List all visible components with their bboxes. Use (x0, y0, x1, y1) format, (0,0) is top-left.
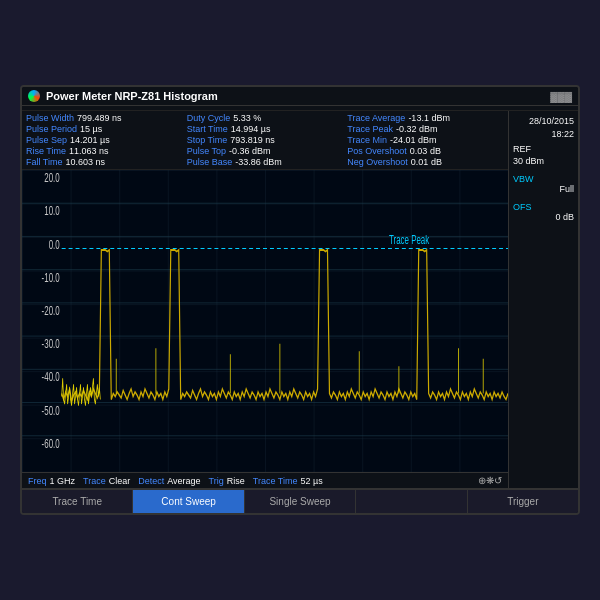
svg-text:-50.0: -50.0 (42, 404, 60, 417)
ofs-label: OFS (513, 202, 574, 212)
tab-empty (356, 490, 467, 513)
freq-label: Freq (28, 476, 47, 486)
main-area: Pulse Width 799.489 ns Duty Cycle 5.33 %… (22, 111, 578, 488)
metrics-table: Pulse Width 799.489 ns Duty Cycle 5.33 %… (22, 111, 508, 170)
ref-value: 30 dBm (513, 156, 574, 166)
trig-status: Trig Rise (209, 476, 245, 486)
tab-trace-time[interactable]: Trace Time (22, 490, 133, 513)
tab-cont-sweep[interactable]: Cont Sweep (133, 490, 244, 513)
trace-status[interactable]: Trace Clear (83, 476, 130, 486)
vbw-label: VBW (513, 174, 574, 184)
svg-text:-10.0: -10.0 (42, 271, 60, 284)
detect-value: Average (167, 476, 200, 486)
metric-trace-peak: Trace Peak -0.32 dBm (347, 124, 504, 134)
metric-rise-time: Rise Time 11.063 ns (26, 146, 183, 156)
metric-pulse-base: Pulse Base -33.86 dBm (187, 157, 344, 167)
tab-bar: Trace Time Cont Sweep Single Sweep Trigg… (22, 488, 578, 513)
svg-text:-30.0: -30.0 (42, 338, 60, 351)
trace-time-value: 52 µs (300, 476, 322, 486)
metric-duty-cycle: Duty Cycle 5.33 % (187, 113, 344, 123)
svg-text:0.0: 0.0 (49, 238, 60, 251)
tab-single-sweep[interactable]: Single Sweep (245, 490, 356, 513)
detect-label: Detect (138, 476, 164, 486)
right-panel: 28/10/2015 18:22 REF 30 dBm VBW Full OFS… (508, 111, 578, 488)
ref-label: REF (513, 144, 574, 154)
trig-value: Rise (227, 476, 245, 486)
brand-icon (28, 90, 40, 102)
svg-text:-20.0: -20.0 (42, 304, 60, 317)
metric-trace-min: Trace Min -24.01 dBm (347, 135, 504, 145)
trace-value: Clear (109, 476, 131, 486)
metric-pulse-width: Pulse Width 799.489 ns (26, 113, 183, 123)
metric-start-time: Start Time 14.994 µs (187, 124, 344, 134)
metric-pos-overshoot: Pos Overshoot 0.03 dB (347, 146, 504, 156)
instrument-title: Power Meter NRP-Z81 Histogram (46, 90, 544, 102)
datetime-display: 28/10/2015 18:22 (513, 115, 574, 140)
metric-stop-time: Stop Time 793.819 ns (187, 135, 344, 145)
trace-label: Trace (83, 476, 106, 486)
time-value: 18:22 (513, 128, 574, 141)
svg-rect-1 (22, 170, 508, 472)
status-bar: Freq 1 GHz Trace Clear Detect Average Tr… (22, 472, 508, 488)
date-value: 28/10/2015 (513, 115, 574, 128)
svg-text:-60.0: -60.0 (42, 437, 60, 450)
status-icons: ⊕❋↺ (478, 475, 502, 486)
freq-status: Freq 1 GHz (28, 476, 75, 486)
instrument-panel: Power Meter NRP-Z81 Histogram ▓▓▓ Pulse … (20, 85, 580, 515)
metric-neg-overshoot: Neg Overshoot 0.01 dB (347, 157, 504, 167)
svg-text:20.0: 20.0 (44, 171, 60, 184)
waveform-chart: 20.0 10.0 0.0 -10.0 -20.0 -30.0 -40.0 -5… (22, 170, 508, 472)
detect-status: Detect Average (138, 476, 200, 486)
trace-time-label: Trace Time (253, 476, 298, 486)
svg-text:Trace Peak: Trace Peak (389, 233, 430, 246)
svg-text:-40.0: -40.0 (42, 371, 60, 384)
vbw-value: Full (513, 184, 574, 194)
metric-pulse-period: Pulse Period 15 µs (26, 124, 183, 134)
trace-time-status: Trace Time 52 µs (253, 476, 323, 486)
chart-area: 20.0 10.0 0.0 -10.0 -20.0 -30.0 -40.0 -5… (22, 170, 508, 472)
trig-label: Trig (209, 476, 224, 486)
freq-value: 1 GHz (50, 476, 76, 486)
metric-trace-avg: Trace Average -13.1 dBm (347, 113, 504, 123)
battery-icon: ▓▓▓ (550, 91, 572, 102)
metric-pulse-top: Pulse Top -0.36 dBm (187, 146, 344, 156)
metric-pulse-sep: Pulse Sep 14.201 µs (26, 135, 183, 145)
title-bar: Power Meter NRP-Z81 Histogram ▓▓▓ (22, 87, 578, 106)
metric-fall-time: Fall Time 10.603 ns (26, 157, 183, 167)
svg-text:10.0: 10.0 (44, 205, 60, 218)
ofs-value: 0 dB (513, 212, 574, 222)
tab-trigger[interactable]: Trigger (468, 490, 578, 513)
chart-section: Pulse Width 799.489 ns Duty Cycle 5.33 %… (22, 111, 508, 488)
